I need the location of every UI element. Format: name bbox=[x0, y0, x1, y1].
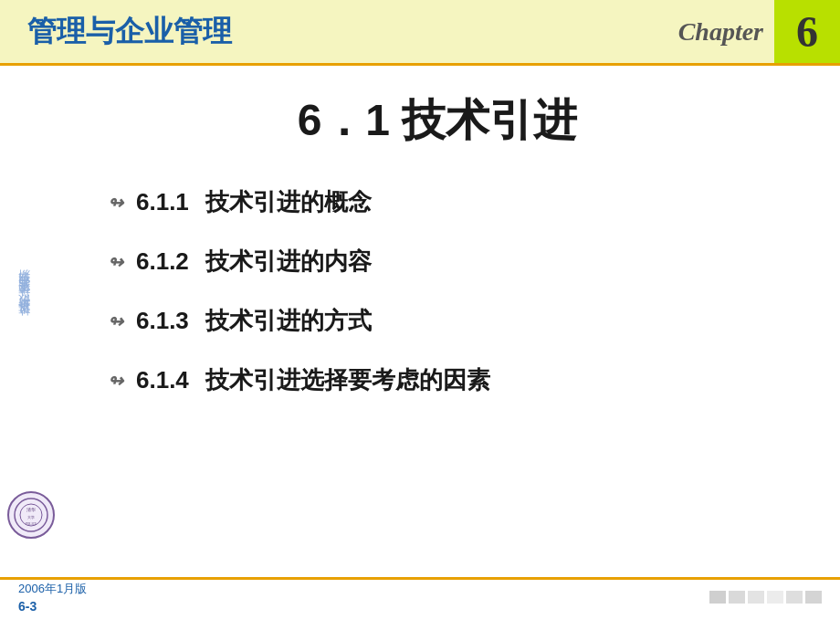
menu-item-number: 6.1.4 bbox=[136, 366, 189, 394]
menu-item-title: 技术引进的内容 bbox=[205, 246, 372, 278]
svg-text:大学: 大学 bbox=[27, 515, 35, 520]
footer-right bbox=[709, 591, 822, 604]
section-title: 6．1 技术引进 bbox=[298, 91, 578, 150]
footer-page: 6-3 bbox=[18, 599, 87, 614]
header-title: 管理与企业管理 bbox=[0, 12, 232, 52]
menu-item-title: 技术引进的方式 bbox=[205, 305, 372, 337]
menu-item: ↬ 6.1.1 技术引进的概念 bbox=[108, 186, 822, 218]
menu-item-number: 6.1.2 bbox=[136, 247, 189, 276]
menu-list: ↬ 6.1.1 技术引进的概念 ↬ 6.1.2 技术引进的内容 ↬ 6.1.3 … bbox=[53, 186, 822, 424]
footer-bar-3 bbox=[748, 591, 764, 604]
header-right: Chapter 6 bbox=[667, 0, 840, 63]
menu-item: ↬ 6.1.4 技术引进选择要考虑的因素 bbox=[108, 364, 822, 396]
menu-icon: ↬ bbox=[108, 192, 123, 214]
footer-bar-2 bbox=[729, 591, 745, 604]
footer: 2006年1月版 6-3 bbox=[0, 564, 840, 630]
menu-icon: ↬ bbox=[108, 310, 123, 332]
menu-icon: ↬ bbox=[108, 251, 123, 273]
chapter-number: 6 bbox=[774, 0, 840, 63]
logo-area: 清华 大学 POLICE bbox=[7, 491, 55, 539]
header: 管理与企业管理 Chapter 6 bbox=[0, 0, 840, 66]
menu-item: ↬ 6.1.3 技术引进的方式 bbox=[108, 305, 822, 337]
menu-item: ↬ 6.1.2 技术引进的内容 bbox=[108, 246, 822, 278]
watermark-text-2: 技术引进与扩散 bbox=[16, 313, 31, 326]
footer-bar-5 bbox=[786, 591, 803, 604]
footer-bar-1 bbox=[709, 591, 726, 604]
footer-left: 2006年1月版 6-3 bbox=[18, 581, 87, 614]
footer-date: 2006年1月版 bbox=[18, 581, 87, 597]
menu-item-number: 6.1.3 bbox=[136, 307, 189, 335]
sidebar-watermark: 技术管理与企业创新 技术引进与扩散 bbox=[0, 66, 47, 550]
watermark-text-1: 技术管理与企业创新 bbox=[16, 289, 31, 306]
main-content: 6．1 技术引进 ↬ 6.1.1 技术引进的概念 ↬ 6.1.2 技术引进的内容… bbox=[53, 73, 822, 557]
logo-circle: 清华 大学 POLICE bbox=[7, 491, 55, 539]
footer-bar-6 bbox=[805, 591, 822, 604]
menu-item-title: 技术引进选择要考虑的因素 bbox=[205, 364, 490, 396]
menu-icon: ↬ bbox=[108, 370, 123, 392]
menu-item-title: 技术引进的概念 bbox=[205, 186, 372, 218]
svg-text:POLICE: POLICE bbox=[26, 522, 37, 526]
footer-bar-4 bbox=[767, 591, 783, 604]
svg-text:清华: 清华 bbox=[26, 507, 36, 512]
menu-item-number: 6.1.1 bbox=[136, 188, 189, 216]
chapter-label: Chapter bbox=[667, 17, 774, 47]
